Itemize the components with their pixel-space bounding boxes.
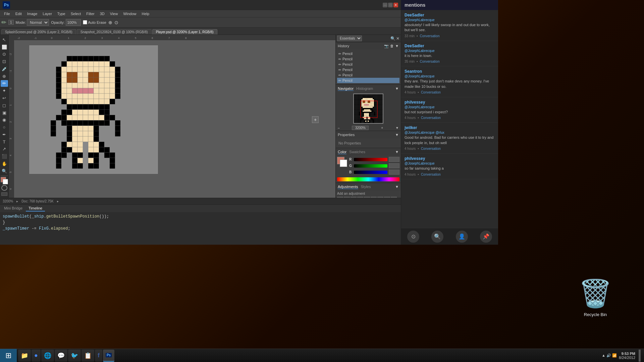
taskbar-app2[interactable]: 💬 [55, 350, 67, 362]
tab-player[interactable]: Player.psd @ 3200% (Layer 1, RGB/8) [152, 29, 217, 35]
menu-edit[interactable]: Edit [13, 11, 24, 16]
pencil-tool-icon[interactable]: ✏ [1, 19, 6, 26]
mini-bridge-tab[interactable]: Mini Bridge [1, 205, 25, 212]
history-item-6[interactable]: ✏ Pencil [337, 78, 399, 83]
tab-splashscreen[interactable]: SplashScreen.psd @ 200% (Layer 2, RGB/8) [1, 29, 76, 35]
color-tab[interactable]: Color [338, 150, 346, 154]
color-panel-header[interactable]: Color Swatches ▼ [336, 148, 401, 156]
zoom-in-icon[interactable]: + [381, 126, 383, 130]
menu-file[interactable]: File [1, 11, 13, 16]
foreground-bg-swatches[interactable] [1, 177, 8, 184]
navigator-panel-header[interactable]: Navigator Histogram ▼ [336, 85, 401, 92]
lasso-tool[interactable]: ⊙ [1, 51, 8, 58]
gradient-tool[interactable]: ▣ [1, 109, 8, 116]
status-info-icon[interactable]: ▸ [57, 199, 59, 203]
search-icon[interactable]: 🔍 [390, 36, 395, 41]
history-panel-header[interactable]: History 📷 🗑 ▼ [336, 42, 401, 50]
b-value[interactable]: 100 [389, 170, 399, 175]
menu-view[interactable]: View [107, 11, 121, 16]
eraser-tool[interactable]: ◻ [1, 102, 8, 109]
tab-snapshot[interactable]: Snapshot_20120824_0100 @ 100% (RGB/8) [77, 29, 152, 35]
history-trash-icon[interactable]: 🗑 [390, 44, 394, 48]
recycle-bin-area[interactable]: 🗑️ Recycle Bin [547, 246, 644, 349]
bookmark-tab-btn[interactable]: 📌 [480, 231, 492, 243]
home-tab-btn[interactable]: ⊙ [407, 231, 419, 243]
swatches-tab[interactable]: Swatches [349, 150, 365, 154]
menu-select[interactable]: Select [68, 11, 84, 16]
shape-tool[interactable]: ⬛ [1, 153, 8, 160]
history-item-3[interactable]: ✏ Pencil [337, 62, 399, 67]
r-value[interactable]: 197 [389, 157, 399, 162]
hand-tool[interactable]: ✋ [1, 160, 8, 167]
menu-layer[interactable]: Layer [40, 11, 55, 16]
navigator-zoom-input[interactable] [352, 126, 369, 130]
adjustments-collapse-icon[interactable]: ▼ [395, 185, 399, 189]
target-icon[interactable]: ⊙ [114, 20, 118, 25]
history-item-2[interactable]: ✏ Pencil [337, 56, 399, 62]
navigator-menu-icon[interactable]: ▼ [395, 126, 399, 130]
healing-tool[interactable]: ⊕ [1, 73, 8, 80]
status-arrow-icon[interactable]: ▸ [16, 199, 18, 203]
g-value[interactable]: 116 [389, 163, 399, 168]
taskbar-app3[interactable]: 📋 [82, 350, 94, 362]
history-tool[interactable]: ↩ [1, 95, 8, 102]
auto-erase-checkbox[interactable] [83, 20, 87, 24]
ps-close-button[interactable]: ✕ [393, 3, 398, 7]
panel-close-icon[interactable]: ✕ [396, 36, 399, 41]
taskbar-ps[interactable]: Ps [103, 350, 114, 362]
move-tool[interactable]: ↖ [1, 36, 8, 43]
blur-tool[interactable]: ◉ [1, 116, 8, 123]
zoom-tool[interactable]: 🔍 [1, 168, 8, 175]
stamp-tool[interactable]: ✦ [1, 87, 8, 94]
taskbar-fb[interactable]: f [95, 350, 102, 362]
dodge-tool[interactable]: ○ [1, 124, 8, 131]
pen-tool[interactable]: ✒ [1, 131, 8, 138]
menu-3d[interactable]: 3D [97, 11, 107, 16]
color-collapse-icon[interactable]: ▼ [395, 150, 399, 154]
path-tool[interactable]: ↗ [1, 145, 8, 153]
text-tool[interactable]: T [1, 138, 8, 145]
ps-maximize-button[interactable]: □ [388, 3, 393, 7]
adjustments-tab[interactable]: Adjustments [338, 185, 358, 189]
adjustments-panel-header[interactable]: Adjustments Styles ▼ [336, 183, 401, 190]
select-tool[interactable]: ⬜ [1, 44, 8, 51]
workspace-select[interactable]: Essentials [337, 36, 362, 41]
taskbar-chrome[interactable]: ● [32, 350, 41, 362]
history-collapse-icon[interactable]: ▼ [395, 44, 399, 48]
crop-tool[interactable]: ⊡ [1, 58, 8, 65]
search-tab-btn[interactable]: 🔍 [431, 231, 443, 243]
timeline-tab[interactable]: Timeline [26, 205, 45, 212]
ps-minimize-button[interactable]: — [383, 3, 387, 7]
quick-mask-button[interactable] [1, 185, 7, 191]
eyedropper-tool[interactable]: 💉 [1, 65, 8, 72]
taskbar-explorer[interactable]: 📁 [18, 350, 31, 362]
history-item-4[interactable]: ✏ Pencil [337, 67, 399, 72]
profile-tab-btn[interactable]: 👤 [456, 231, 468, 243]
b-slider[interactable] [354, 171, 387, 174]
sample-icon[interactable]: ⊕ [108, 20, 112, 25]
canvas-add-button[interactable]: + [312, 116, 319, 123]
history-item-1[interactable]: ✏ Pencil [337, 51, 399, 56]
history-camera-icon[interactable]: 📷 [384, 44, 389, 48]
nav-collapse-icon[interactable]: ▼ [395, 86, 399, 90]
menu-image[interactable]: Image [24, 11, 40, 16]
histogram-tab[interactable]: Histogram [356, 86, 373, 91]
navigator-tab[interactable]: Navigator [338, 86, 354, 91]
menu-help[interactable]: Help [139, 11, 152, 16]
styles-tab[interactable]: Styles [361, 185, 371, 189]
history-item-5[interactable]: ✏ Pencil [337, 72, 399, 78]
opacity-input[interactable] [66, 19, 81, 26]
menu-filter[interactable]: Filter [84, 11, 97, 16]
screen-mode-button[interactable] [1, 192, 7, 196]
properties-collapse-icon[interactable]: ▼ [395, 133, 399, 137]
taskbar-twitter[interactable]: 🐦 [68, 350, 81, 362]
show-desktop-btn[interactable] [639, 350, 641, 362]
pencil-brush-tool[interactable]: ✏ [1, 80, 8, 87]
mode-select[interactable]: Normal [27, 19, 49, 26]
zoom-out-icon[interactable]: – [338, 126, 340, 130]
r-slider[interactable] [354, 158, 387, 161]
properties-panel-header[interactable]: Properties ▼ [336, 131, 401, 138]
taskbar-ie[interactable]: 🌐 [41, 350, 54, 362]
start-button[interactable]: ⊞ [0, 349, 17, 362]
color-swatch-main[interactable] [337, 157, 346, 166]
